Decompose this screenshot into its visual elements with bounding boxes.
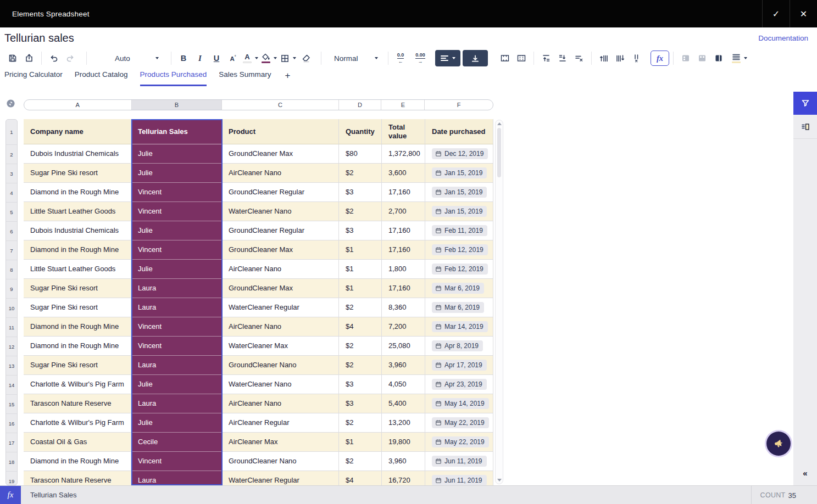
- bold-button[interactable]: B: [175, 50, 192, 66]
- cell-tellurian-sales[interactable]: Vincent: [131, 240, 222, 260]
- cell-quantity[interactable]: $2: [339, 202, 382, 221]
- cell-product[interactable]: WaterCleaner Nano: [222, 375, 339, 394]
- date-chip[interactable]: Feb 12, 2019: [432, 244, 488, 255]
- row-number[interactable]: 3: [6, 164, 17, 183]
- horizontal-align-button[interactable]: [435, 50, 460, 66]
- clear-formatting-button[interactable]: [298, 50, 314, 66]
- cell-tellurian-sales[interactable]: Julie: [131, 375, 222, 394]
- scroll-down-icon[interactable]: [497, 479, 502, 481]
- delete-row-button[interactable]: [571, 50, 587, 66]
- cell-quantity[interactable]: $3: [339, 221, 382, 240]
- borders-button[interactable]: [279, 50, 298, 66]
- cell-quantity[interactable]: $3: [339, 183, 382, 202]
- cell-company-name[interactable]: Diamond in the Rough Mine: [24, 452, 131, 471]
- cell-company-name[interactable]: Charlotte & Wilbur's Pig Farm: [24, 413, 131, 433]
- cell-quantity[interactable]: $2: [339, 164, 382, 183]
- cell-tellurian-sales[interactable]: Vincent: [131, 452, 222, 471]
- cell-total-value[interactable]: 16,720: [382, 471, 425, 485]
- decrease-decimals-button[interactable]: 0.0←: [392, 50, 409, 66]
- cell-total-value[interactable]: 8,360: [382, 298, 425, 317]
- cell-company-name[interactable]: Diamond in the Rough Mine: [24, 337, 131, 356]
- cell-tellurian-sales[interactable]: Julie: [131, 164, 222, 183]
- cell-date-purchased[interactable]: May 22, 2019: [425, 413, 493, 433]
- formula-button[interactable]: fx: [651, 51, 669, 66]
- header-date-purchased[interactable]: Date purchased: [425, 119, 493, 144]
- vertical-scrollbar[interactable]: [495, 120, 503, 484]
- column-header-f[interactable]: F: [425, 100, 493, 110]
- scroll-up-icon[interactable]: [497, 122, 502, 125]
- cell-total-value[interactable]: 3,960: [382, 452, 425, 471]
- cell-style-dropdown[interactable]: Normal: [330, 50, 382, 66]
- undo-button[interactable]: [46, 50, 62, 66]
- aggregate-display[interactable]: COUNT 35: [751, 486, 817, 504]
- date-chip[interactable]: Jan 15, 2019: [432, 206, 487, 217]
- cell-tellurian-sales[interactable]: Julie: [131, 260, 222, 279]
- cell-quantity[interactable]: $1: [339, 260, 382, 279]
- cell-product[interactable]: AirCleaner Regular: [222, 413, 339, 433]
- date-chip[interactable]: Apr 17, 2019: [432, 360, 487, 371]
- cell-product[interactable]: WaterCleaner Regular: [222, 298, 339, 317]
- cell-tellurian-sales[interactable]: Vincent: [131, 337, 222, 356]
- date-chip[interactable]: Jun 11, 2019: [432, 456, 487, 467]
- row-number[interactable]: 14: [6, 376, 17, 395]
- row-number[interactable]: 2: [6, 145, 17, 164]
- cell-total-value[interactable]: 7,200: [382, 317, 425, 337]
- row-number[interactable]: 5: [6, 203, 17, 222]
- cell-total-value[interactable]: 17,160: [382, 240, 425, 260]
- cell-product[interactable]: AirCleaner Nano: [222, 164, 339, 183]
- filter-button[interactable]: [793, 92, 817, 115]
- italic-button[interactable]: I: [192, 50, 208, 66]
- date-chip[interactable]: Feb 11, 2019: [432, 225, 487, 236]
- cell-total-value[interactable]: 1,800: [382, 260, 425, 279]
- cell-total-value[interactable]: 17,160: [382, 183, 425, 202]
- cell-product[interactable]: AirCleaner Max: [222, 433, 339, 452]
- cell-product[interactable]: GroundCleaner Max: [222, 279, 339, 298]
- documentation-link[interactable]: Documentation: [758, 34, 808, 42]
- cell-date-purchased[interactable]: Jun 11, 2019: [425, 471, 493, 485]
- row-number[interactable]: 16: [6, 414, 17, 433]
- row-number[interactable]: 13: [6, 356, 17, 376]
- text-color-button[interactable]: A: [241, 50, 260, 66]
- cell-product[interactable]: GroundCleaner Regular: [222, 183, 339, 202]
- cell-tellurian-sales[interactable]: Julie: [131, 221, 222, 240]
- cell-company-name[interactable]: Dubois Industrial Chemicals: [24, 221, 131, 240]
- cell-product[interactable]: AirCleaner Nano: [222, 317, 339, 337]
- cell-date-purchased[interactable]: Feb 11, 2019: [425, 221, 493, 240]
- date-chip[interactable]: Apr 8, 2019: [432, 340, 483, 351]
- cell-quantity[interactable]: $3: [339, 394, 382, 413]
- cell-date-purchased[interactable]: Apr 23, 2019: [425, 375, 493, 394]
- tab-products-purchased[interactable]: Products Purchased: [140, 70, 207, 86]
- cell-quantity[interactable]: $2: [339, 356, 382, 375]
- cell-total-value[interactable]: 17,160: [382, 221, 425, 240]
- cell-product[interactable]: GroundCleaner Max: [222, 144, 339, 164]
- frozen-column-button[interactable]: [710, 50, 727, 66]
- cell-tellurian-sales[interactable]: Laura: [131, 394, 222, 413]
- column-header-d[interactable]: D: [339, 100, 382, 110]
- column-header-c[interactable]: C: [222, 100, 339, 110]
- row-number[interactable]: 4: [6, 183, 17, 203]
- header-tellurian-sales[interactable]: Tellurian Sales: [131, 119, 222, 144]
- column-header-a[interactable]: A: [24, 100, 132, 110]
- cell-tellurian-sales[interactable]: Julie: [131, 413, 222, 433]
- cell-company-name[interactable]: Coastal Oil & Gas: [24, 433, 131, 452]
- cell-company-name[interactable]: Sugar Pine Ski resort: [24, 356, 131, 375]
- tab-product-catalog[interactable]: Product Catalog: [75, 70, 128, 86]
- cell-date-purchased[interactable]: Jan 15, 2019: [425, 164, 493, 183]
- header-quantity[interactable]: Quantity: [339, 119, 382, 144]
- header-total-value[interactable]: Total value: [382, 119, 425, 144]
- cell-date-purchased[interactable]: Mar 14, 2019: [425, 317, 493, 337]
- cell-date-purchased[interactable]: May 22, 2019: [425, 433, 493, 452]
- cell-total-value[interactable]: 3,600: [382, 164, 425, 183]
- header-company-name[interactable]: Company name: [24, 119, 131, 144]
- date-chip[interactable]: May 14, 2019: [432, 398, 489, 409]
- cell-product[interactable]: WaterCleaner Max: [222, 337, 339, 356]
- cell-product[interactable]: AirCleaner Nano: [222, 394, 339, 413]
- row-number[interactable]: 18: [6, 452, 17, 472]
- header-product[interactable]: Product: [222, 119, 339, 144]
- tab-sales-summary[interactable]: Sales Summary: [219, 70, 271, 86]
- date-chip[interactable]: May 22, 2019: [432, 436, 489, 447]
- scrollbar-thumb[interactable]: [497, 128, 501, 177]
- cell-product[interactable]: WaterCleaner Nano: [222, 202, 339, 221]
- table-banded-rows-button[interactable]: [677, 50, 694, 66]
- date-chip[interactable]: Apr 23, 2019: [432, 379, 487, 390]
